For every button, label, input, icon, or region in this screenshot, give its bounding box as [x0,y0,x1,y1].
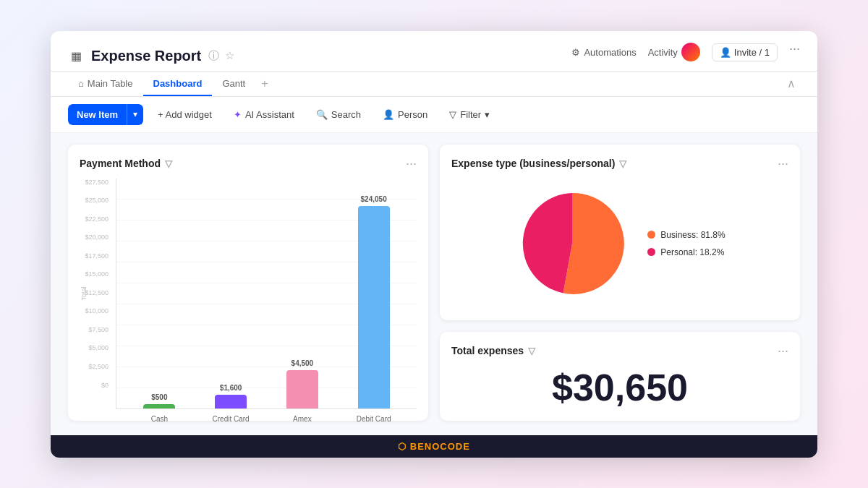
invite-button[interactable]: 👤 Invite / 1 [712,43,778,61]
ai-assistant-button[interactable]: ✦ AI Assistant [226,105,302,124]
y-axis-title: Total [80,286,88,300]
y-label-7: $17,500 [85,252,109,260]
automations-label: Automations [584,47,636,58]
brand-prefix: ⬡ [398,441,407,452]
total-expenses-title: Total expenses ▽ [451,345,535,356]
pie-section: Business: 81.8% Personal: 18.2% [451,179,788,309]
bar-debit-bar [358,206,390,408]
automations-btn[interactable]: ⚙ Automations [571,47,636,58]
invite-icon: 👤 [720,47,731,58]
app-window: ▦ Expense Report ⓘ ☆ ⚙ Automations Activ… [51,31,817,458]
add-widget-label: + Add widget [158,109,212,120]
total-expenses-header: Total expenses ▽ ··· [451,343,788,359]
ai-icon: ✦ [234,109,242,120]
toolbar: New Item ▾ + Add widget ✦ AI Assistant 🔍… [51,97,817,133]
y-axis: $0 $2,500 $5,000 $7,500 $10,000 $12,500 … [80,179,113,389]
bar-debit: $24,050 Debit Card [338,195,409,408]
bar-debit-label: Debit Card [357,415,391,423]
bar-cash-label: Cash [151,415,168,423]
bar-credit-bar [215,395,247,408]
bar-cash-bar [143,404,175,408]
bar-amex-bar [286,370,318,408]
total-expenses-widget: Total expenses ▽ ··· $30,650 [440,332,800,421]
pie-business [563,192,624,294]
new-item-label: New Item [77,109,118,120]
pie-personal [523,193,572,294]
more-button[interactable]: ··· [789,41,800,64]
payment-method-filter-icon[interactable]: ▽ [165,158,172,169]
bar-credit: $1,600 Credit Card [195,384,267,408]
person-icon: 👤 [383,109,394,120]
bar-debit-value: $24,050 [361,195,387,203]
star-icon[interactable]: ☆ [225,49,234,62]
expense-type-header: Expense type (business/personal) ▽ ··· [451,156,788,171]
legend-personal-label: Personal: 18.2% [660,247,724,257]
activity-btn[interactable]: Activity [648,43,700,61]
total-expenses-title-text: Total expenses [451,345,524,356]
payment-method-more[interactable]: ··· [406,156,417,171]
bar-amex-label: Amex [293,415,312,423]
automations-icon: ⚙ [571,47,580,58]
expense-type-filter-icon[interactable]: ▽ [619,158,626,169]
y-label-4: $10,000 [85,307,109,314]
y-label-11: $27,500 [85,179,109,186]
legend-personal: Personal: 18.2% [647,247,725,257]
legend-personal-dot [647,248,655,256]
tab-dashboard[interactable]: Dashboard [143,72,213,96]
bar-amex: $4,500 Amex [267,359,339,408]
search-label: Search [331,109,361,120]
header-left: ▦ Expense Report ⓘ ☆ [68,48,234,64]
pie-chart [514,186,630,301]
search-button[interactable]: 🔍 Search [309,105,368,124]
info-icon[interactable]: ⓘ [208,49,219,63]
header-right: ⚙ Automations Activity 👤 Invite / 1 ··· [571,41,800,71]
payment-method-title: Payment Method ▽ [80,158,172,169]
total-expenses-more[interactable]: ··· [778,343,788,359]
tab-bar: ⌂ Main Table Dashboard Gantt + ∧ [51,72,817,97]
brand-name: BENOCODE [410,441,470,452]
bars-area: $500 Cash $1,600 Credit Card $4,500 [116,179,417,409]
tab-main-table[interactable]: ⌂ Main Table [68,72,143,96]
avatar [681,43,700,61]
total-amount-value: $30,650 [552,366,688,409]
filter-label: Filter [460,109,481,120]
person-button[interactable]: 👤 Person [375,105,435,124]
bar-credit-value: $1,600 [220,384,242,392]
bar-credit-label: Credit Card [213,415,250,423]
bar-cash: $500 Cash [124,393,195,408]
bar-chart-area: $0 $2,500 $5,000 $7,500 $10,000 $12,500 … [80,179,417,409]
app-header: ▦ Expense Report ⓘ ☆ ⚙ Automations Activ… [51,31,817,72]
tab-main-table-label: Main Table [88,78,133,89]
tab-dashboard-label: Dashboard [153,78,203,89]
payment-method-widget: Payment Method ▽ ··· $0 $2,500 $5,000 $7… [68,145,428,421]
activity-label: Activity [648,47,678,58]
invite-label: Invite / 1 [734,47,770,58]
collapse-button[interactable]: ∧ [783,75,800,92]
pie-legend: Business: 81.8% Personal: 18.2% [647,230,725,257]
filter-chevron: ▾ [485,109,490,120]
add-widget-button[interactable]: + Add widget [150,105,219,124]
add-tab-button[interactable]: + [255,72,273,96]
page-title: Expense Report [91,48,201,64]
bar-cash-value: $500 [151,393,167,401]
new-item-button[interactable]: New Item [68,104,127,125]
person-label: Person [398,109,427,120]
y-label-0: $0 [101,382,109,389]
tab-gantt[interactable]: Gantt [212,72,255,96]
total-expenses-filter-icon[interactable]: ▽ [528,346,535,356]
y-label-10: $25,000 [85,197,109,204]
payment-method-title-text: Payment Method [80,158,161,169]
expense-type-more[interactable]: ··· [778,156,788,171]
page-icon: ▦ [68,48,84,64]
new-item-wrap: New Item ▾ [68,104,143,125]
y-label-2: $5,000 [88,344,109,351]
bottom-bar: ⬡ BENOCODE [51,435,817,458]
payment-method-header: Payment Method ▽ ··· [80,156,417,171]
bar-amex-value: $4,500 [292,359,314,367]
total-amount: $30,650 [451,366,788,409]
new-item-dropdown[interactable]: ▾ [127,104,143,125]
header-icons: ⓘ ☆ [208,49,234,63]
filter-button[interactable]: ▽ Filter ▾ [442,105,497,124]
ai-assistant-label: AI Assistant [245,109,294,120]
y-label-1: $2,500 [88,363,109,370]
